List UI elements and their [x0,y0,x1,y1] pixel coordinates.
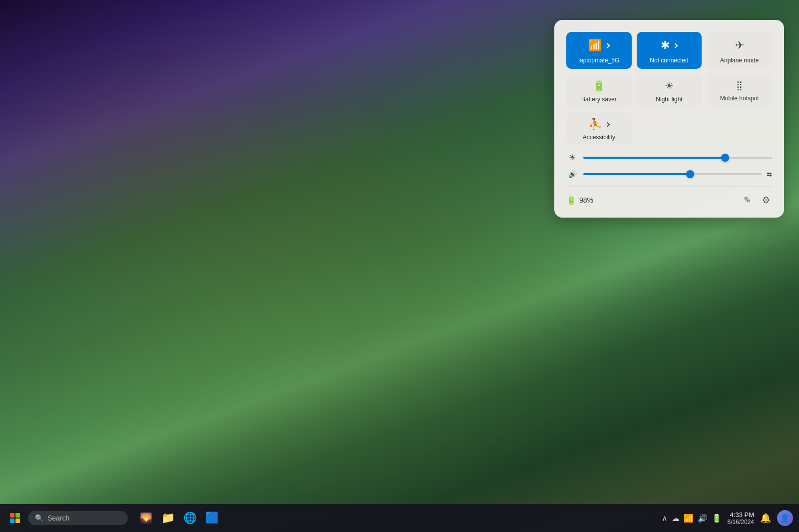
accessibility-btn-inner: ⛹ [588,118,609,131]
edit-button[interactable]: ✎ [742,193,753,208]
taskbar: 🔍 Search 🌄 📁 🌐 🟦 ∧ ☁ 📶 🔊 🔋 4:33 PM 8/16/… [0,504,799,532]
profile-avatar[interactable]: 👤 [777,510,793,526]
settings-button[interactable]: ⚙ [760,193,772,208]
taskbar-search[interactable]: 🔍 Search [28,511,128,525]
volume-extra-icon[interactable]: ⇆ [767,171,772,178]
start-icon [10,513,20,523]
bluetooth-icon: ✱ [661,39,670,52]
bluetooth-label: Not connected [650,57,688,64]
start-square-1 [10,513,14,518]
taskbar-right: ∧ ☁ 📶 🔊 🔋 4:33 PM 8/16/2024 🔔 👤 [662,510,793,526]
mobile-hotspot-icon: ⣿ [736,80,743,91]
brightness-icon: ☀ [566,153,578,162]
night-light-icon: ☀ [665,80,674,92]
taskbar-app-taskview[interactable]: 🌄 [136,508,156,528]
system-tray[interactable]: ∧ ☁ 📶 🔊 🔋 [662,514,722,523]
brightness-slider-row: ☀ [566,153,772,162]
mobile-hotspot-label: Mobile hotspot [720,95,759,102]
wifi-chevron-icon [605,43,610,48]
sliders-section: ☀ 🔊 ⇆ [566,153,772,178]
second-toggle-row: 🔋 Battery saver ☀ Night light ⣿ Mobile h… [566,74,772,107]
volume-thumb[interactable] [686,170,694,178]
bluetooth-toggle[interactable]: ✱ Not connected [637,32,702,69]
tray-volume-icon: 🔊 [698,514,708,523]
wifi-toggle[interactable]: 📶 laptopmate_5G [566,32,632,69]
bluetooth-toggle-inner: ✱ [661,39,677,52]
volume-fill [583,173,690,175]
battery-saver-toggle[interactable]: 🔋 Battery saver [566,74,632,107]
brightness-slider[interactable] [583,157,772,159]
bluetooth-chevron-icon [673,43,678,48]
wifi-label: laptopmate_5G [578,57,619,64]
tray-chevron-icon: ∧ [662,514,668,523]
tray-cloud-icon: ☁ [672,514,680,523]
top-toggle-row: 📶 laptopmate_5G ✱ Not connected ✈ Airpla… [566,32,772,69]
tray-battery-icon: 🔋 [712,514,722,523]
quick-settings-panel: 📶 laptopmate_5G ✱ Not connected ✈ Airpla… [554,20,784,218]
battery-bar-icon: 🔋 [566,196,576,205]
battery-info: 🔋 98% [566,196,593,205]
wifi-toggle-inner: 📶 [588,39,609,52]
volume-slider-row: 🔊 ⇆ [566,170,772,178]
volume-icon: 🔊 [566,170,578,178]
start-square-2 [15,513,20,518]
clock-time: 4:33 PM [730,511,754,519]
notification-bell-icon[interactable]: 🔔 [760,513,771,524]
volume-slider[interactable] [583,173,762,175]
quick-settings-bottom-bar: 🔋 98% ✎ ⚙ [566,186,772,208]
mobile-hotspot-toggle[interactable]: ⣿ Mobile hotspot [707,74,772,107]
airplane-toggle[interactable]: ✈ Airplane mode [707,32,772,69]
battery-saver-icon: 🔋 [593,80,605,92]
taskbar-app-files[interactable]: 📁 [158,508,178,528]
accessibility-label: Accessibility [583,134,615,141]
battery-percent: 98% [579,196,593,204]
wifi-icon: 📶 [588,39,602,52]
night-light-toggle[interactable]: ☀ Night light [637,74,702,107]
bottom-action-buttons: ✎ ⚙ [742,193,772,208]
accessibility-icon: ⛹ [588,118,602,131]
start-button[interactable] [6,509,24,527]
clock-area[interactable]: 4:33 PM 8/16/2024 [728,511,754,526]
airplane-toggle-inner: ✈ [735,39,744,52]
tray-wifi-icon: 📶 [684,514,694,523]
night-light-label: Night light [656,96,682,103]
taskbar-app-edge[interactable]: 🌐 [180,508,200,528]
accessibility-toggle[interactable]: ⛹ Accessibility [566,112,632,145]
brightness-fill [583,157,725,159]
search-icon: 🔍 [35,514,43,522]
start-square-3 [10,519,14,523]
start-square-4 [15,519,20,523]
brightness-thumb[interactable] [721,154,729,162]
accessibility-row: ⛹ Accessibility [566,112,772,145]
airplane-label: Airplane mode [720,57,759,64]
airplane-icon: ✈ [735,39,744,52]
clock-date: 8/16/2024 [728,519,754,526]
taskbar-app-store[interactable]: 🟦 [202,508,222,528]
search-label: Search [47,514,69,522]
taskbar-apps: 🌄 📁 🌐 🟦 [136,508,222,528]
accessibility-chevron-icon [605,122,610,127]
battery-saver-label: Battery saver [581,96,617,103]
